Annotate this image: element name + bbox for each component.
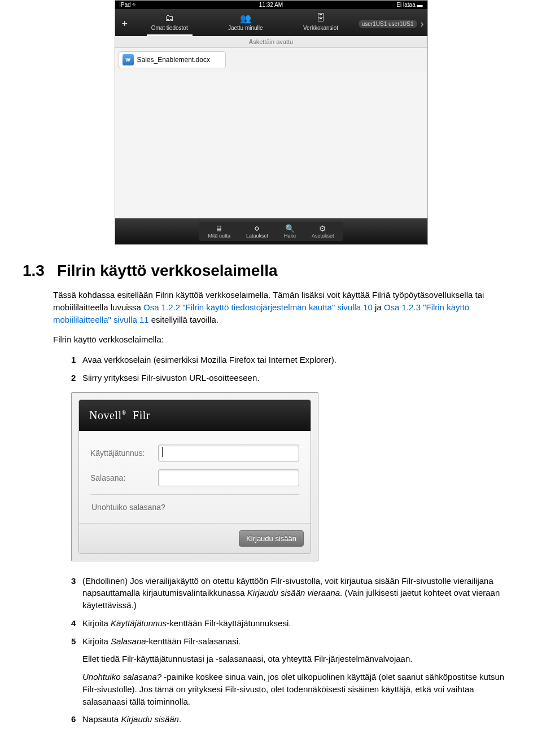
step-4-num: 4 [71, 617, 82, 630]
monitor-icon: 🖥 [208, 224, 230, 233]
step-5-num: 5 [71, 635, 82, 708]
file-name: Sales_Enablement.docx [137, 56, 210, 64]
user-chip[interactable]: user1US1 user1US1 [359, 20, 417, 28]
downloads-button[interactable]: ⭘ Lataukset [238, 223, 276, 240]
tab-network-label: Verkkokansiot [303, 25, 338, 31]
step-5-em: Salasana [111, 636, 146, 646]
login-button[interactable]: Kirjaudu sisään [239, 530, 304, 547]
step-2-num: 2 [71, 372, 82, 384]
step-4-text: Kirjoita Käyttäjätunnus-kenttään Filr-kä… [82, 617, 519, 630]
tablet-bottom-bar: 🖥 Mitä uutta ⭘ Lataukset 🔍 Haku ⚙ Asetuk… [115, 218, 427, 244]
tab-network-folders[interactable]: 🗄 Verkkokansiot [299, 11, 343, 36]
search-icon: 🔍 [284, 224, 296, 233]
my-files-icon: 🗂 [151, 12, 188, 24]
tablet-body-blank [115, 72, 427, 218]
step-5-d-em: Unohtuiko salasana? [82, 672, 161, 682]
shared-icon: 👥 [228, 12, 263, 24]
step-6-em: Kirjaudu sisään [121, 714, 179, 724]
step-5-a: Kirjoita [82, 636, 111, 646]
gear-icon: ⚙ [312, 224, 334, 233]
steps-list-cont: 3 (Ehdollinen) Jos vierailijakäyttö on o… [71, 575, 519, 726]
registered-icon: ® [121, 410, 126, 416]
step-6-text: Napsauta Kirjaudu sisään. [82, 713, 519, 726]
username-input[interactable] [158, 445, 299, 461]
settings-button[interactable]: ⚙ Asetukset [304, 223, 342, 240]
settings-label: Asetukset [312, 233, 334, 239]
tab-shared-label: Jaettu minulle [228, 25, 263, 31]
intro-paragraph: Tässä kohdassa esitellään Filrin käyttöä… [53, 289, 519, 326]
doc-icon: W [123, 54, 134, 65]
network-folder-icon: 🗄 [303, 12, 338, 24]
xref-1[interactable]: Osa 1.2.2 "Filrin käyttö tiedostojärjest… [143, 302, 373, 312]
password-input[interactable] [158, 469, 299, 486]
step-4-em: Käyttäjätunnus [111, 618, 167, 628]
search-button[interactable]: 🔍 Haku [276, 223, 304, 240]
step-3-em: Kirjaudu sisään vieraana [247, 588, 340, 597]
tablet-screenshot: iPad ᯤ 11:32 AM Ei lataa ▬ + 🗂 Omat tied… [115, 0, 428, 245]
forgot-password-link[interactable]: Unohtuiko salasana? [90, 500, 299, 517]
step-5-c: Ellet tiedä Filr-käyttäjätunnustasi ja -… [82, 653, 519, 665]
login-footer: Kirjaudu sisään [79, 523, 311, 553]
status-center-time: 11:32 AM [259, 2, 283, 8]
tab-own-files-label: Omat tiedostot [151, 25, 188, 31]
step-2-text: Siirry yrityksesi Filr-sivuston URL-osoi… [82, 372, 519, 384]
status-bar: iPad ᯤ 11:32 AM Ei lataa ▬ [115, 1, 427, 9]
step-1-num: 1 [71, 354, 82, 366]
step-4-b: -kenttään Filr-käyttäjätunnuksesi. [167, 618, 291, 628]
login-screenshot: Novell® Filr Käyttäjätunnus: Salasana: U… [71, 392, 318, 561]
step-6-b: . [179, 714, 181, 724]
step-5: 5 Kirjoita Salasana-kenttään Filr-salasa… [71, 635, 519, 708]
step-3-num: 3 [71, 575, 82, 612]
step-5-text: Kirjoita Salasana-kenttään Filr-salasana… [82, 635, 519, 708]
password-label: Salasana: [90, 473, 158, 482]
brand-novell: Novell [89, 409, 121, 421]
whats-new-button[interactable]: 🖥 Mitä uutta [200, 223, 238, 240]
login-form: Käyttäjätunnus: Salasana: Unohtuiko sala… [79, 431, 311, 523]
file-row[interactable]: W Sales_Enablement.docx [119, 51, 226, 68]
tablet-top-nav: + 🗂 Omat tiedostot 👥 Jaettu minulle 🗄 Ve… [115, 9, 427, 36]
intro-text-c: esitellyillä tavoilla. [149, 315, 218, 324]
tab-shared-to-me[interactable]: 👥 Jaettu minulle [224, 11, 268, 36]
step-4-a: Kirjoita [82, 618, 111, 628]
downloads-label: Lataukset [246, 233, 268, 239]
tab-own-files[interactable]: 🗂 Omat tiedostot [147, 11, 193, 36]
status-right: Ei lataa ▬ [396, 2, 422, 8]
download-icon: ⭘ [246, 224, 268, 233]
step-5-d: Unohtuiko salasana? -painike koskee sinu… [82, 671, 519, 707]
login-header: Novell® Filr [79, 400, 311, 431]
whats-new-label: Mitä uutta [208, 233, 230, 239]
login-divider [90, 494, 299, 495]
section-heading: 1.3Filrin käyttö verkkoselaimella [23, 262, 519, 280]
step-6: 6 Napsauta Kirjaudu sisään. [71, 713, 519, 726]
text-cursor-icon [162, 447, 163, 457]
step-4: 4 Kirjoita Käyttäjätunnus-kenttään Filr-… [71, 617, 519, 630]
chevron-right-icon[interactable]: › [421, 18, 424, 30]
step-5-b: -kenttään Filr-salasanasi. [146, 636, 241, 646]
username-label: Käyttäjätunnus: [90, 449, 158, 458]
search-label: Haku [284, 233, 296, 239]
status-left: iPad ᯤ [120, 2, 138, 8]
step-6-num: 6 [71, 713, 82, 726]
lead-line: Filrin käyttö verkkoselaimella: [53, 333, 519, 346]
section-title: Filrin käyttö verkkoselaimella [57, 262, 278, 279]
step-1: 1 Avaa verkkoselain (esimerkiksi Mozilla… [71, 354, 519, 366]
step-6-a: Napsauta [82, 714, 121, 724]
recently-opened-label: Äskettäin avattu [115, 36, 427, 48]
step-1-text: Avaa verkkoselain (esimerkiksi Mozilla F… [82, 354, 519, 366]
section-number: 1.3 [23, 262, 45, 279]
intro-text-b: ja [373, 302, 384, 312]
brand-filr: Filr [133, 409, 150, 421]
step-2: 2 Siirry yrityksesi Filr-sivuston URL-os… [71, 372, 519, 384]
add-icon[interactable]: + [119, 18, 132, 30]
step-3-text: (Ehdollinen) Jos vierailijakäyttö on ote… [82, 575, 519, 612]
steps-list: 1 Avaa verkkoselain (esimerkiksi Mozilla… [71, 354, 519, 384]
step-3: 3 (Ehdollinen) Jos vierailijakäyttö on o… [71, 575, 519, 612]
